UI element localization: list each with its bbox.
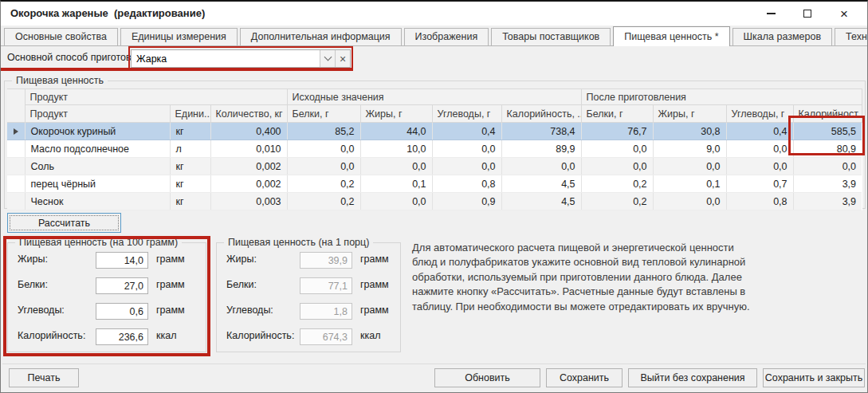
cell-qty[interactable]: 0,002 — [210, 175, 287, 193]
cell-product[interactable]: Соль — [25, 158, 170, 175]
cell-qty[interactable]: 0,003 — [210, 193, 287, 210]
cell[interactable]: 0,4 — [726, 123, 793, 140]
cell-product[interactable]: Масло подсолнечное — [25, 140, 170, 158]
col-fats-src[interactable]: Жиры, г — [360, 105, 432, 123]
cell-unit[interactable]: кг — [170, 123, 210, 140]
table-row[interactable]: Окорочок куриный кг 0,400 85,2 44,0 0,4 … — [7, 123, 862, 140]
cell[interactable]: 0,0 — [581, 158, 653, 175]
cell[interactable]: 0,2 — [287, 175, 360, 193]
tab-units[interactable]: Единицы измерения — [120, 28, 238, 45]
cooking-method-clear-button[interactable]: × — [335, 50, 350, 67]
cell-qty[interactable]: 0,400 — [210, 123, 287, 140]
cell[interactable]: 0,0 — [501, 158, 581, 175]
cell[interactable]: 0,0 — [653, 193, 726, 210]
cell[interactable]: 0,0 — [432, 140, 501, 158]
cell[interactable]: 4,5 — [501, 193, 581, 210]
cell[interactable]: 44,0 — [360, 123, 432, 140]
cooking-method-combobox[interactable]: × — [131, 49, 351, 68]
cell[interactable]: 0,2 — [581, 175, 653, 193]
tab-nutrition-value[interactable]: Пищевая ценность * — [613, 26, 729, 46]
table-row[interactable]: Чеснок кг 0,003 0,2 0,0 0,9 4,5 0,2 0,0 … — [7, 193, 862, 210]
cell-product[interactable]: перец чёрный — [25, 175, 170, 193]
cell[interactable]: 30,8 — [653, 123, 726, 140]
cell[interactable]: 0,0 — [726, 158, 793, 175]
cell[interactable]: 0,0 — [287, 158, 360, 175]
cell[interactable]: 0,2 — [287, 193, 360, 210]
cell[interactable]: 0,0 — [726, 140, 793, 158]
save-and-close-button[interactable]: Сохранить и закрыть — [763, 368, 865, 387]
col-carbs-after[interactable]: Углеводы, г — [726, 105, 793, 123]
cell[interactable]: 76,7 — [581, 123, 653, 140]
cell[interactable]: 0,0 — [653, 158, 726, 175]
cell-calories-after[interactable]: 3,9 — [793, 175, 862, 193]
cell[interactable]: 0,0 — [581, 140, 653, 158]
cell[interactable]: 0,8 — [726, 193, 793, 210]
cell[interactable]: 85,2 — [287, 123, 360, 140]
cell[interactable]: 0,9 — [432, 193, 501, 210]
maximize-button[interactable] — [789, 2, 826, 26]
close-button[interactable]: × — [826, 2, 862, 26]
cell-unit[interactable]: кг — [170, 193, 210, 210]
cell[interactable]: 0,1 — [653, 175, 726, 193]
cooking-method-dropdown-button[interactable] — [320, 50, 335, 67]
save-button[interactable]: Сохранить — [546, 368, 623, 387]
col-fats-after[interactable]: Жиры, г — [653, 105, 726, 123]
cell[interactable]: 9,0 — [653, 140, 726, 158]
col-calories-src[interactable]: Калорийность, ... — [501, 105, 581, 123]
cell-calories-after[interactable]: 0,0 — [793, 158, 862, 175]
cell[interactable]: 738,4 — [501, 123, 581, 140]
cell[interactable]: 0,0 — [432, 158, 501, 175]
cell-calories-after[interactable]: 3,9 — [793, 193, 862, 210]
cell-calories-after[interactable]: 585,5 — [793, 123, 862, 140]
cell[interactable]: 0,1 — [360, 175, 432, 193]
refresh-button[interactable]: Обновить — [434, 368, 540, 387]
proteins-per-100g-field[interactable] — [96, 277, 148, 294]
cell[interactable]: 0,7 — [726, 175, 793, 193]
cell[interactable]: 0,0 — [360, 158, 432, 175]
col-proteins-after[interactable]: Белки, г — [581, 105, 653, 123]
fats-per-100g-field[interactable] — [96, 252, 148, 269]
cell-unit[interactable]: кг — [170, 158, 210, 175]
col-proteins-src[interactable]: Белки, г — [287, 105, 360, 123]
tab-size-scale[interactable]: Шкала размеров — [732, 28, 832, 45]
cell[interactable]: 0,4 — [432, 123, 501, 140]
col-carbs-src[interactable]: Углеводы, г — [432, 105, 501, 123]
cell[interactable]: 0,0 — [287, 140, 360, 158]
calculate-button[interactable]: Рассчитать — [7, 213, 121, 233]
col-unit[interactable]: Едини... — [170, 105, 210, 123]
tab-main-properties[interactable]: Основные свойства — [4, 28, 118, 45]
print-button[interactable]: Печать — [9, 368, 79, 387]
cell-product[interactable]: Окорочок куриный — [25, 123, 170, 140]
carbs-label: Углеводы: — [226, 305, 273, 316]
table-row[interactable]: перец чёрный кг 0,002 0,2 0,1 0,8 4,5 0,… — [7, 175, 862, 193]
col-calories-after[interactable]: Калорийност... — [793, 105, 862, 123]
cell[interactable]: 0,0 — [360, 193, 432, 210]
calories-per-100g-field[interactable] — [96, 328, 148, 345]
carbs-per-100g-field[interactable] — [96, 303, 148, 320]
cell[interactable]: 0,2 — [581, 193, 653, 210]
cell[interactable]: 89,9 — [501, 140, 581, 158]
cell-unit[interactable]: кг — [170, 175, 210, 193]
col-product[interactable]: Продукт — [25, 105, 170, 123]
cell-qty[interactable]: 0,010 — [210, 140, 287, 158]
cell[interactable]: 10,0 — [360, 140, 432, 158]
cell-product[interactable]: Чеснок — [25, 193, 170, 210]
fats-per-portion-field — [300, 252, 352, 269]
col-quantity[interactable]: Количество, кг — [210, 105, 287, 123]
cell[interactable]: 0,8 — [432, 175, 501, 193]
cell-qty[interactable]: 0,002 — [210, 158, 287, 175]
proteins-unit-label: грамм — [360, 279, 389, 290]
cooking-method-input[interactable] — [132, 50, 320, 67]
exit-without-saving-button[interactable]: Выйти без сохранения — [628, 368, 757, 387]
cell[interactable]: 4,5 — [501, 175, 581, 193]
tab-tech-cards[interactable]: Технологические карты — [835, 28, 868, 45]
nutrition-per-100g-group: Пищевая ценность (на 100 грамм) Жиры: гр… — [7, 242, 206, 352]
tab-images[interactable]: Изображения — [404, 28, 489, 45]
cell-unit[interactable]: л — [170, 140, 210, 158]
table-row[interactable]: Масло подсолнечное л 0,010 0,0 10,0 0,0 … — [7, 140, 862, 158]
tab-additional-info[interactable]: Дополнительная информация — [240, 28, 402, 45]
tab-supplier-goods[interactable]: Товары поставщиков — [491, 28, 611, 45]
cell-calories-after[interactable]: 80,9 — [793, 140, 862, 158]
table-row[interactable]: Соль кг 0,002 0,0 0,0 0,0 0,0 0,0 0,0 0,… — [7, 158, 862, 175]
minimize-button[interactable] — [752, 2, 789, 26]
